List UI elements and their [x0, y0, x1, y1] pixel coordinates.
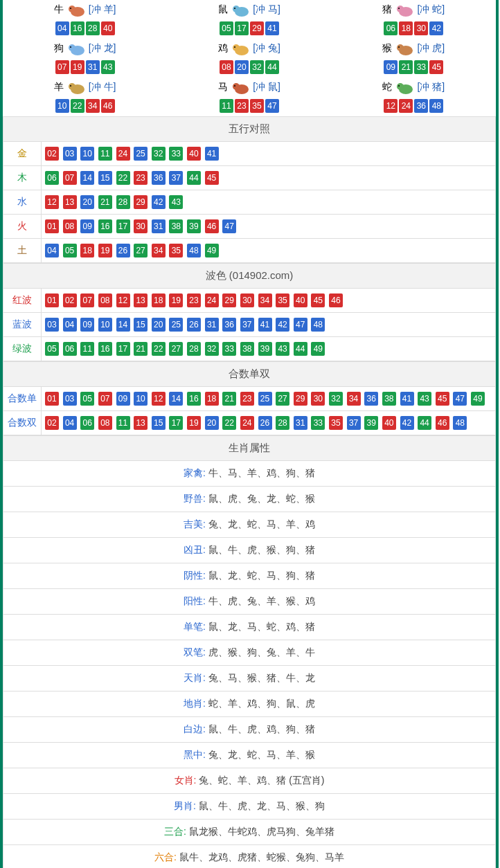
attr-label: 六合: — [154, 851, 179, 862]
number-ball: 17 — [116, 342, 130, 356]
number-ball: 04 — [45, 244, 59, 257]
number-ball: 08 — [220, 60, 233, 74]
svg-point-14 — [234, 46, 235, 48]
number-ball: 09 — [80, 219, 94, 233]
number-ball: 41 — [205, 147, 219, 161]
number-ball: 06 — [80, 416, 94, 430]
pig-icon — [393, 3, 416, 18]
number-ball: 11 — [220, 99, 233, 113]
number-ball: 14 — [80, 171, 94, 185]
bose-balls: 03 04 09 10 14 15 20 25 26 31 36 37 41 4… — [42, 313, 496, 337]
number-ball: 43 — [276, 342, 289, 356]
svg-point-11 — [70, 46, 71, 48]
number-ball: 10 — [134, 392, 148, 406]
number-ball: 08 — [63, 219, 77, 233]
zodiac-chong: [冲 鼠] — [253, 81, 280, 92]
bose-row: 绿波05 06 11 16 17 21 22 27 28 32 33 38 39… — [3, 337, 496, 361]
number-ball: 46 — [436, 416, 449, 430]
zodiac-name: 鼠 — [218, 3, 228, 15]
number-ball: 44 — [265, 60, 279, 74]
number-ball: 34 — [347, 392, 361, 406]
attr-row: 白边: 鼠、牛、虎、鸡、狗、猪 — [3, 717, 496, 743]
number-ball: 07 — [80, 293, 94, 307]
number-ball: 45 — [311, 293, 325, 307]
zodiac-name: 猴 — [382, 42, 392, 53]
attr-row: 黑中: 兔、龙、蛇、马、羊、猴 — [3, 743, 496, 768]
number-ball: 27 — [276, 392, 289, 406]
number-ball: 05 — [63, 244, 77, 257]
rat-icon — [229, 3, 251, 18]
wuxing-label: 水 — [3, 190, 42, 215]
number-ball: 12 — [116, 293, 130, 307]
number-ball: 49 — [311, 342, 325, 356]
number-ball: 37 — [169, 171, 183, 185]
number-ball: 07 — [55, 60, 69, 74]
attr-row: 六合: 鼠牛、龙鸡、虎猪、蛇猴、兔狗、马羊 — [3, 845, 496, 869]
attr-label: 三合: — [164, 826, 189, 837]
number-ball: 31 — [86, 60, 100, 74]
number-ball: 31 — [205, 318, 219, 332]
attr-row: 女肖: 兔、蛇、羊、鸡、猪 (五宫肖) — [3, 768, 496, 794]
zodiac-name: 鸡 — [218, 42, 228, 53]
number-ball: 16 — [98, 219, 112, 233]
number-ball: 19 — [98, 244, 112, 257]
number-ball: 14 — [169, 392, 183, 406]
bose-balls: 01 02 07 08 12 13 18 19 23 24 29 30 34 3… — [42, 289, 496, 313]
number-ball: 07 — [98, 392, 112, 406]
number-ball: 39 — [187, 219, 201, 233]
wuxing-balls: 12 13 20 21 28 29 42 43 — [42, 190, 496, 215]
number-ball: 04 — [55, 21, 69, 35]
number-ball: 08 — [98, 293, 112, 307]
zodiac-name: 马 — [218, 81, 228, 92]
number-ball: 28 — [86, 21, 100, 35]
number-ball: 36 — [222, 318, 236, 332]
number-ball: 43 — [101, 60, 115, 74]
number-ball: 45 — [429, 60, 443, 74]
number-ball: 06 — [384, 21, 398, 35]
number-ball: 11 — [116, 416, 130, 430]
number-ball: 25 — [258, 392, 272, 406]
number-ball: 20 — [80, 195, 94, 209]
attr-value: 鼠、龙、马、蛇、鸡、猪 — [208, 621, 315, 632]
bose-header: 波色 (014902.com) — [3, 264, 496, 289]
zodiac-chong: [冲 马] — [253, 3, 280, 15]
svg-point-4 — [233, 6, 240, 12]
bose-label: 绿波 — [3, 337, 42, 361]
number-ball: 23 — [134, 171, 148, 185]
heshu-label: 合数双 — [3, 411, 42, 435]
bose-table: 波色 (014902.com) 红波01 02 07 08 12 13 18 1… — [3, 263, 496, 361]
attr-label: 女肖: — [175, 775, 199, 786]
zodiac-name: 狗 — [54, 42, 64, 53]
attr-row: 吉美: 兔、龙、蛇、马、羊、鸡 — [3, 512, 496, 538]
heshu-row: 合数单01 03 05 07 09 10 12 14 16 18 21 23 2… — [3, 387, 496, 411]
heshu-balls: 01 03 05 07 09 10 12 14 16 18 21 23 25 2… — [42, 387, 496, 411]
attr-header: 生肖属性 — [3, 436, 496, 461]
number-ball: 23 — [187, 293, 201, 307]
zodiac-cell-rooster: 鸡[冲 兔]08203244 — [167, 39, 331, 78]
number-ball: 32 — [152, 147, 166, 161]
number-ball: 43 — [169, 195, 183, 209]
number-ball: 28 — [187, 342, 201, 356]
number-ball: 12 — [384, 99, 398, 113]
number-ball: 10 — [80, 147, 94, 161]
number-ball: 24 — [240, 416, 254, 430]
number-ball: 46 — [205, 219, 219, 233]
number-ball: 22 — [222, 416, 236, 430]
number-ball: 02 — [45, 147, 59, 161]
zodiac-grid: 牛[冲 羊]04162840鼠[冲 马]05172941猪[冲 蛇]061830… — [3, 0, 496, 116]
number-ball: 26 — [116, 244, 130, 257]
number-ball: 47 — [222, 219, 236, 233]
number-ball: 35 — [276, 293, 289, 307]
number-ball: 05 — [220, 21, 233, 35]
heshu-row: 合数双02 04 06 08 11 13 15 17 19 20 22 24 2… — [3, 411, 496, 435]
number-ball: 21 — [222, 392, 236, 406]
svg-point-26 — [398, 85, 400, 87]
attr-label: 吉美: — [184, 518, 208, 530]
attr-row: 三合: 鼠龙猴、牛蛇鸡、虎马狗、兔羊猪 — [3, 820, 496, 845]
number-ball: 01 — [45, 219, 59, 233]
number-ball: 12 — [45, 195, 59, 209]
wuxing-row: 金02 03 10 11 24 25 32 33 40 41 — [3, 142, 496, 166]
svg-point-23 — [234, 85, 235, 87]
number-ball: 10 — [55, 99, 69, 113]
number-ball: 49 — [205, 244, 219, 257]
